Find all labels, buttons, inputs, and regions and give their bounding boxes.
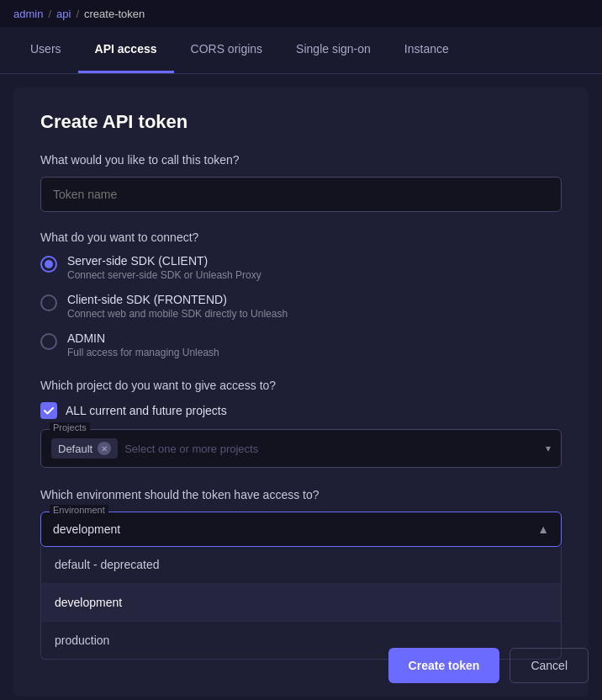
token-name-label: What would you like to call this token? [40, 153, 562, 167]
page-title: Create API token [40, 111, 562, 133]
tab-instance[interactable]: Instance [388, 27, 466, 73]
breadcrumb-sep2: / [76, 8, 79, 20]
radio-desc-client-sdk: Connect web and mobile SDK directly to U… [67, 308, 288, 320]
breadcrumb-admin[interactable]: admin [13, 8, 43, 20]
all-projects-label: ALL current and future projects [66, 404, 227, 417]
radio-client-sdk[interactable]: Client-side SDK (FRONTEND) Connect web a… [40, 293, 562, 320]
breadcrumb: admin / api / create-token [0, 0, 602, 27]
radio-title-admin: ADMIN [67, 331, 219, 345]
env-selected-value: development [53, 522, 537, 536]
radio-circle-admin [40, 333, 57, 350]
tab-bar: Users API access CORS origins Single sig… [0, 27, 602, 74]
tab-users[interactable]: Users [13, 27, 78, 73]
footer-actions: Create token Cancel [375, 634, 602, 697]
radio-admin[interactable]: ADMIN Full access for managing Unleash [40, 331, 562, 358]
token-name-input[interactable] [40, 177, 562, 212]
create-token-button[interactable]: Create token [388, 648, 500, 683]
form-container: Create API token What would you like to … [13, 88, 589, 697]
cancel-button[interactable]: Cancel [510, 648, 589, 683]
projects-dropdown-arrow: ▾ [546, 443, 551, 454]
projects-field-label: Projects [50, 422, 90, 432]
env-label: Which environment should the token have … [40, 488, 562, 501]
radio-desc-server-sdk: Connect server-side SDK or Unleash Proxy [67, 269, 261, 281]
radio-server-sdk[interactable]: Server-side SDK (CLIENT) Connect server-… [40, 254, 562, 281]
connect-label: What do you want to connect? [40, 231, 562, 244]
project-label: Which project do you want to give access… [40, 379, 562, 392]
breadcrumb-sep1: / [48, 8, 51, 20]
radio-title-server-sdk: Server-side SDK (CLIENT) [67, 254, 261, 268]
tab-single-sign-on[interactable]: Single sign-on [279, 27, 388, 73]
breadcrumb-api[interactable]: api [56, 8, 71, 20]
env-dropdown-arrow: ▲ [537, 522, 549, 536]
radio-desc-admin: Full access for managing Unleash [67, 347, 219, 358]
env-option-development[interactable]: development [41, 584, 561, 622]
tag-text: Default [58, 443, 92, 455]
projects-field[interactable]: Projects Default ✕ Select one or more pr… [40, 429, 562, 468]
breadcrumb-current: create-token [84, 8, 145, 20]
radio-group: Server-side SDK (CLIENT) Connect server-… [40, 254, 562, 358]
env-field-label: Environment [50, 505, 108, 515]
tab-cors-origins[interactable]: CORS origins [174, 27, 280, 73]
radio-title-client-sdk: Client-side SDK (FRONTEND) [67, 293, 288, 306]
env-field[interactable]: Environment development ▲ [40, 512, 562, 547]
all-projects-checkbox[interactable] [40, 402, 57, 419]
radio-circle-server-sdk [40, 256, 57, 273]
radio-circle-client-sdk [40, 294, 57, 311]
env-option-default-deprecated[interactable]: default - deprecated [41, 546, 561, 584]
projects-placeholder: Select one or more projects [124, 443, 539, 455]
project-section: Which project do you want to give access… [40, 379, 562, 468]
tag-remove-button[interactable]: ✕ [98, 442, 111, 455]
tab-api-access[interactable]: API access [78, 27, 174, 73]
project-tag-default: Default ✕ [51, 438, 118, 459]
all-projects-checkbox-row[interactable]: ALL current and future projects [40, 402, 562, 419]
